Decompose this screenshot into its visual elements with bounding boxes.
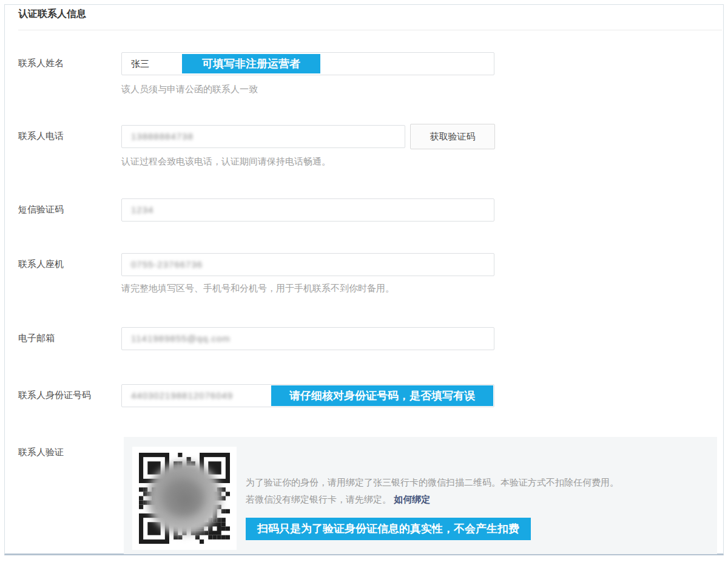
verification-line1: 为了验证你的身份，请用绑定了张三银行卡的微信扫描二维码。本验证方式不扣除任何费用… [246,477,619,489]
email-label: 电子邮箱 [18,333,55,344]
id-number-label: 联系人身份证号码 [18,390,91,401]
phone-value-blurred: 13888884738 [131,131,194,141]
qr-code-icon [139,453,230,544]
landline-input[interactable]: 0755-23766736 [121,253,494,276]
name-tooltip-badge: 可填写非注册运营者 [182,54,320,73]
verification-label: 联系人验证 [18,447,64,458]
phone-input[interactable]: 13888884738 [121,125,405,148]
how-to-bind-link[interactable]: 如何绑定 [394,494,430,504]
phone-label: 联系人电话 [18,130,64,142]
name-value: 张三 [131,58,149,69]
landline-value-blurred: 0755-23766736 [131,259,203,269]
verification-contact-form: 认证联系人信息 联系人姓名 张三 可填写非注册运营者 该人员须与申请公函的联系人… [0,0,728,562]
phone-helper-text: 认证过程会致电该电话，认证期间请保持电话畅通。 [121,156,331,168]
email-value-blurred: 1141989855@qq.com [131,333,231,344]
qr-blur-overlay-inner [162,479,204,517]
verification-panel: 为了验证你的身份，请用绑定了张三银行卡的微信扫描二维码。本验证方式不扣除任何费用… [124,437,717,554]
section-divider [18,30,722,30]
landline-label: 联系人座机 [18,259,64,270]
id-number-value-blurred: 440302198812076049 [131,390,233,401]
id-number-tooltip-badge: 请仔细核对身份证号码，是否填写有误 [271,385,493,406]
verification-line2-text: 若微信没有绑定银行卡，请先绑定。 [246,494,391,504]
sms-code-label: 短信验证码 [18,204,64,215]
verification-line2: 若微信没有绑定银行卡，请先绑定。 如何绑定 [246,494,430,506]
sms-code-value-blurred: 1234 [131,205,153,215]
landline-helper-text: 请完整地填写区号、手机号和分机号，用于手机联系不到你时备用。 [121,283,394,294]
get-verification-code-button[interactable]: 获取验证码 [410,124,495,149]
section-title: 认证联系人信息 [18,8,86,21]
name-helper-text: 该人员须与申请公函的联系人一致 [121,84,258,95]
verification-banner: 扫码只是为了验证身份证信息的真实性，不会产生扣费 [246,518,531,540]
email-input[interactable]: 1141989855@qq.com [121,327,494,350]
name-label: 联系人姓名 [18,58,64,69]
qr-code-box [132,447,237,550]
sms-code-input[interactable]: 1234 [121,198,494,222]
